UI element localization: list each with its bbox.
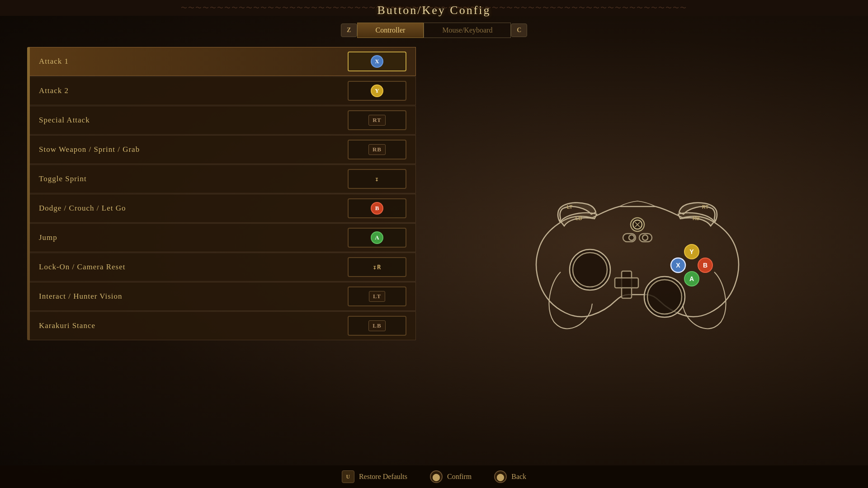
restore-defaults-label: Restore Defaults — [359, 473, 407, 481]
back-icon: ⬤ — [494, 470, 507, 483]
main-layout: Attack 1 X Attack 2 Y Specia — [0, 47, 868, 488]
action-label: Special Attack — [39, 116, 90, 125]
svg-point-1 — [573, 253, 607, 287]
table-row[interactable]: Lock-On / Camera Reset ↧R — [30, 253, 416, 282]
action-label: Jump — [39, 233, 57, 242]
tab-controller[interactable]: Controller — [357, 23, 424, 38]
button-rs-down-icon: ↧R — [373, 263, 382, 271]
tab-mouse-keyboard[interactable]: Mouse/Keyboard — [424, 23, 511, 38]
restore-defaults-action[interactable]: U Restore Defaults — [342, 470, 407, 483]
svg-text:RB: RB — [693, 216, 700, 221]
key-badge: LB — [348, 316, 406, 336]
action-label: Toggle Sprint — [39, 174, 87, 183]
tab-z-key: Z — [341, 23, 357, 37]
confirm-action[interactable]: ⬤ Confirm — [430, 470, 472, 483]
table-row[interactable]: Attack 1 X — [30, 47, 416, 76]
table-row[interactable]: Dodge / Crouch / Let Go B — [30, 194, 416, 223]
svg-text:LB: LB — [576, 216, 582, 221]
confirm-icon: ⬤ — [430, 470, 443, 483]
keybind-panel: Attack 1 X Attack 2 Y Specia — [27, 47, 416, 488]
tab-bar: Z Controller Mouse/Keyboard C — [341, 23, 528, 38]
svg-text:X: X — [676, 262, 680, 269]
key-badge: Y — [348, 81, 406, 101]
svg-text:B: B — [703, 262, 708, 269]
action-label: Interact / Hunter Vision — [39, 292, 123, 301]
button-x-icon: X — [371, 55, 383, 68]
table-row[interactable]: Toggle Sprint ↧ — [30, 164, 416, 193]
action-label: Attack 2 — [39, 86, 69, 95]
button-a-icon: A — [371, 231, 383, 244]
button-y-icon: Y — [371, 84, 383, 97]
svg-text:LT: LT — [567, 204, 573, 210]
button-b-icon: B — [371, 202, 383, 215]
action-label: Stow Weapon / Sprint / Grab — [39, 145, 140, 154]
action-label: Karakuri Stance — [39, 321, 95, 330]
key-badge: A — [348, 228, 406, 248]
controller-diagram: Y X B A LB RB LT RT — [524, 182, 750, 353]
rows-container: Attack 1 X Attack 2 Y Specia — [30, 47, 416, 340]
key-badge: RT — [348, 110, 406, 130]
key-badge: LT — [348, 286, 406, 306]
svg-text:RT: RT — [702, 204, 709, 210]
main-content: Button/Key Config Z Controller Mouse/Key… — [0, 0, 868, 488]
key-badge: RB — [348, 140, 406, 160]
svg-text:Y: Y — [689, 248, 694, 255]
table-row[interactable]: Attack 2 Y — [30, 76, 416, 105]
bottom-bar: U Restore Defaults ⬤ Confirm ⬤ Back — [0, 465, 868, 488]
button-rt-icon: RT — [368, 115, 386, 126]
action-label: Lock-On / Camera Reset — [39, 263, 125, 272]
table-row[interactable]: Interact / Hunter Vision LT — [30, 282, 416, 311]
key-badge: ↧R — [348, 257, 406, 277]
svg-text:A: A — [689, 275, 694, 282]
page-title: Button/Key Config — [377, 4, 491, 17]
button-rb-icon: RB — [368, 144, 386, 155]
button-lt-icon: LT — [369, 291, 385, 302]
restore-key: U — [342, 470, 354, 483]
action-label: Dodge / Crouch / Let Go — [39, 204, 126, 213]
key-badge: B — [348, 198, 406, 218]
table-row[interactable]: Karakuri Stance LB — [30, 311, 416, 340]
key-badge: X — [348, 52, 406, 71]
confirm-label: Confirm — [447, 473, 472, 481]
action-label: Attack 1 — [39, 57, 69, 66]
back-label: Back — [511, 473, 526, 481]
tab-c-key: C — [511, 23, 527, 37]
svg-point-3 — [647, 280, 682, 314]
controller-panel: Y X B A LB RB LT RT — [434, 47, 841, 488]
svg-rect-5 — [615, 278, 638, 288]
table-row[interactable]: Special Attack RT — [30, 106, 416, 135]
back-action[interactable]: ⬤ Back — [494, 470, 526, 483]
button-lb-icon: LB — [368, 320, 385, 331]
button-rs-icon: ↧ — [375, 175, 379, 183]
table-row[interactable]: Jump A — [30, 223, 416, 252]
key-badge: ↧ — [348, 169, 406, 189]
table-row[interactable]: Stow Weapon / Sprint / Grab RB — [30, 135, 416, 164]
panel-wrapper: Attack 1 X Attack 2 Y Specia — [27, 47, 416, 340]
